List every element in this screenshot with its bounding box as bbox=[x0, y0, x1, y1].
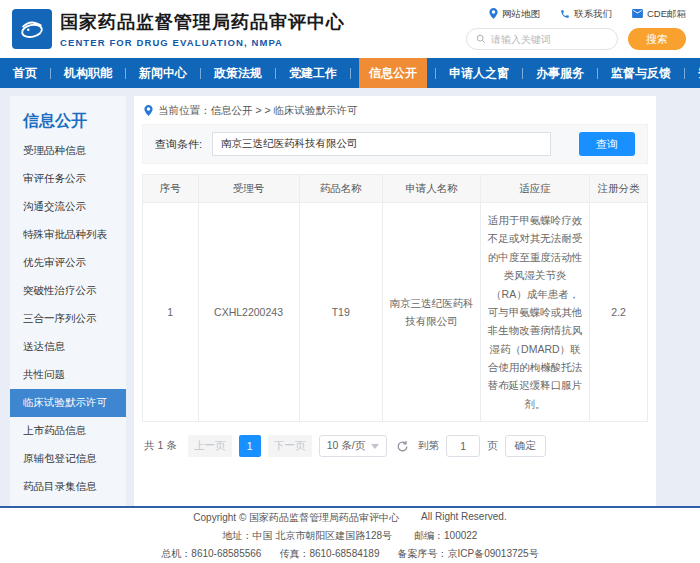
nav-item-info-disclosure[interactable]: 信息公开 bbox=[342, 58, 427, 88]
footer-copyright-line: Copyright © 国家药品监督管理局药品审评中心 All Right Re… bbox=[193, 511, 506, 525]
sidebar-item-communication[interactable]: 沟通交流公示 bbox=[10, 193, 126, 221]
link-sitemap-label: 网站地图 bbox=[502, 8, 540, 21]
brand: 国家药品监督管理局药品审评中心 CENTER FOR DRUG EVALUATI… bbox=[12, 9, 345, 49]
link-contact[interactable]: 联系我们 bbox=[560, 8, 612, 21]
col-header-indication: 适应症 bbox=[481, 175, 590, 203]
nav-item-home[interactable]: 首页 bbox=[8, 58, 42, 88]
nav-item-supervision-feedback[interactable]: 监督与反馈 bbox=[589, 58, 676, 88]
sidebar-item-accepted-products[interactable]: 受理品种信息 bbox=[10, 137, 126, 165]
goto-label: 到第 bbox=[418, 439, 439, 453]
sidebar-item-priority-review[interactable]: 优先审评公示 bbox=[10, 249, 126, 277]
site-subtitle: CENTER FOR DRUG EVALUATION, NMPA bbox=[60, 37, 345, 48]
col-header-serial: 序号 bbox=[143, 175, 199, 203]
nav-item-services[interactable]: 办事服务 bbox=[514, 58, 589, 88]
footer-address-line: 地址：中国 北京市朝阳区建国路128号 邮编：100022 bbox=[223, 529, 478, 543]
query-bar: 查询条件: 查询 bbox=[142, 124, 648, 164]
query-button[interactable]: 查询 bbox=[579, 132, 635, 156]
query-label: 查询条件: bbox=[155, 137, 202, 152]
sidebar: 信息公开 受理品种信息 审评任务公示 沟通交流公示 特殊审批品种列表 优先审评公… bbox=[10, 96, 126, 506]
pagination-next-button[interactable]: 下一页 bbox=[268, 435, 312, 457]
sidebar-title: 信息公开 bbox=[10, 96, 126, 137]
brand-titles: 国家药品监督管理局药品审评中心 CENTER FOR DRUG EVALUATI… bbox=[60, 10, 345, 48]
cell-registration-class: 2.2 bbox=[589, 203, 647, 422]
header-utilities: 网站地图 联系我们 CDE邮箱 bbox=[466, 8, 686, 50]
col-header-drug-name: 药品名称 bbox=[299, 175, 382, 203]
goto-unit: 页 bbox=[487, 439, 498, 453]
search-icon bbox=[476, 30, 486, 48]
phone-icon bbox=[560, 9, 570, 21]
envelope-icon bbox=[632, 9, 643, 20]
header-links: 网站地图 联系我们 CDE邮箱 bbox=[489, 8, 686, 21]
chevron-down-icon bbox=[371, 444, 379, 449]
footer-icp: 备案序号：京ICP备09013725号 bbox=[397, 547, 538, 561]
content-panel: 当前位置：信息公开 > > 临床试验默示许可 查询条件: 查询 序号 受理号 药… bbox=[134, 96, 656, 506]
cell-acceptance-no: CXHL2200243 bbox=[198, 203, 299, 422]
col-header-registration-class: 注册分类 bbox=[589, 175, 647, 203]
cell-indication: 适用于甲氨蝶呤疗效不足或对其无法耐受的中度至重度活动性类风湿关节炎（RA）成年患… bbox=[481, 203, 590, 422]
page: 国家药品监督管理局药品审评中心 CENTER FOR DRUG EVALUATI… bbox=[0, 0, 700, 563]
nav-item-registration-platform[interactable]: 登记备案平台 bbox=[676, 58, 700, 88]
sidebar-item-drug-catalog[interactable]: 药品目录集信息 bbox=[10, 473, 126, 501]
site-footer: Copyright © 国家药品监督管理局药品审评中心 All Right Re… bbox=[0, 506, 700, 563]
main-nav: 首页 机构职能 新闻中心 政策法规 党建工作 信息公开 申请人之窗 办事服务 监… bbox=[0, 58, 700, 88]
footer-fax: 传真：8610-68584189 bbox=[279, 547, 379, 561]
footer-address: 地址：中国 北京市朝阳区建国路128号 bbox=[223, 529, 392, 543]
link-cde-mail[interactable]: CDE邮箱 bbox=[632, 8, 686, 21]
link-sitemap[interactable]: 网站地图 bbox=[489, 8, 540, 21]
footer-contact-line: 总机：8610-68585566 传真：8610-68584189 备案序号：京… bbox=[161, 547, 538, 561]
nav-item-party-building[interactable]: 党建工作 bbox=[267, 58, 342, 88]
sidebar-item-excipient-registration[interactable]: 原辅包登记信息 bbox=[10, 445, 126, 473]
goto-confirm-button[interactable]: 确定 bbox=[505, 435, 546, 457]
goto-page-input[interactable] bbox=[446, 435, 480, 457]
breadcrumb-pin-icon bbox=[144, 105, 153, 118]
keyword-search-box bbox=[466, 28, 618, 50]
pagination-page-1[interactable]: 1 bbox=[239, 435, 261, 457]
refresh-icon[interactable] bbox=[396, 440, 409, 453]
sidebar-item-marketed-drugs[interactable]: 上市药品信息 bbox=[10, 417, 126, 445]
col-header-acceptance-no: 受理号 bbox=[198, 175, 299, 203]
sidebar-item-delivery-info[interactable]: 送达信息 bbox=[10, 333, 126, 361]
col-header-applicant: 申请人名称 bbox=[382, 175, 480, 203]
nav-item-applicant-window[interactable]: 申请人之窗 bbox=[427, 58, 514, 88]
sidebar-item-breakthrough-therapy[interactable]: 突破性治疗公示 bbox=[10, 277, 126, 305]
footer-phone: 总机：8610-68585566 bbox=[161, 547, 261, 561]
sidebar-item-clinical-trial-implied-license[interactable]: 临床试验默示许可 bbox=[10, 389, 126, 417]
sidebar-item-three-in-one[interactable]: 三合一序列公示 bbox=[10, 305, 126, 333]
site-header: 国家药品监督管理局药品审评中心 CENTER FOR DRUG EVALUATI… bbox=[0, 0, 700, 58]
sidebar-item-review-tasks[interactable]: 审评任务公示 bbox=[10, 165, 126, 193]
keyword-search-input[interactable] bbox=[491, 34, 608, 45]
cde-logo-icon bbox=[12, 9, 52, 49]
query-input[interactable] bbox=[212, 132, 551, 156]
link-contact-label: 联系我们 bbox=[574, 8, 612, 21]
table-row: 1 CXHL2200243 T19 南京三迭纪医药科技有限公司 适用于甲氨蝶呤疗… bbox=[143, 203, 648, 422]
header-search: 搜索 bbox=[466, 28, 686, 50]
nav-item-policies[interactable]: 政策法规 bbox=[192, 58, 267, 88]
table-header-row: 序号 受理号 药品名称 申请人名称 适应症 注册分类 bbox=[143, 175, 648, 203]
breadcrumb: 当前位置：信息公开 > > 临床试验默示许可 bbox=[142, 96, 648, 124]
results-table: 序号 受理号 药品名称 申请人名称 适应症 注册分类 1 CXHL2200243… bbox=[142, 174, 648, 422]
main-area: 信息公开 受理品种信息 审评任务公示 沟通交流公示 特殊审批品种列表 优先审评公… bbox=[0, 88, 700, 506]
cell-drug-name: T19 bbox=[299, 203, 382, 422]
location-pin-icon bbox=[489, 8, 498, 21]
pagination: 共 1 条 上一页 1 下一页 10 条/页 到第 页 确定 bbox=[142, 435, 648, 457]
footer-copyright: Copyright © 国家药品监督管理局药品审评中心 bbox=[193, 511, 399, 525]
page-size-select[interactable]: 10 条/页 bbox=[319, 435, 388, 457]
sidebar-item-key-work[interactable]: 重点工作 bbox=[10, 501, 126, 506]
link-cde-mail-label: CDE邮箱 bbox=[647, 8, 686, 21]
footer-zip: 邮编：100022 bbox=[414, 529, 477, 543]
breadcrumb-text: 当前位置：信息公开 > > 临床试验默示许可 bbox=[158, 104, 358, 118]
pagination-total: 共 1 条 bbox=[144, 439, 177, 453]
site-title: 国家药品监督管理局药品审评中心 bbox=[60, 10, 345, 34]
cell-applicant: 南京三迭纪医药科技有限公司 bbox=[382, 203, 480, 422]
page-size-value: 10 条/页 bbox=[327, 439, 366, 453]
header-search-button[interactable]: 搜索 bbox=[628, 28, 686, 50]
footer-rights: All Right Reserved. bbox=[421, 511, 507, 525]
nav-item-news-center[interactable]: 新闻中心 bbox=[117, 58, 192, 88]
sidebar-item-special-approval[interactable]: 特殊审批品种列表 bbox=[10, 221, 126, 249]
nav-item-org-functions[interactable]: 机构职能 bbox=[42, 58, 117, 88]
pagination-prev-button[interactable]: 上一页 bbox=[188, 435, 232, 457]
sidebar-item-common-issues[interactable]: 共性问题 bbox=[10, 361, 126, 389]
cell-serial: 1 bbox=[143, 203, 199, 422]
